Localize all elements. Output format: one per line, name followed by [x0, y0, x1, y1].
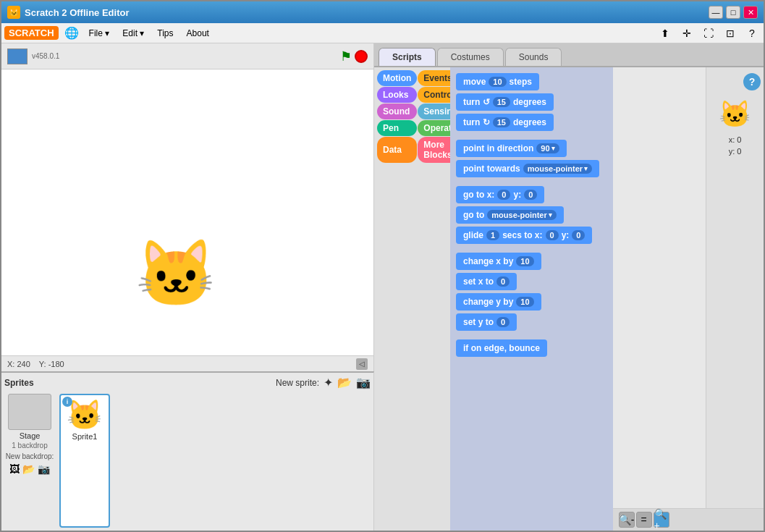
block-turn-ccw[interactable]: turn ↺ 15 degrees	[456, 93, 554, 111]
y-coordinate: Y: -180	[39, 360, 64, 368]
block-if-edge-bounce[interactable]: if on edge, bounce	[456, 339, 547, 357]
help-icon[interactable]: ?	[743, 25, 761, 42]
new-sprite-folder-button[interactable]: 📂	[337, 376, 352, 389]
block-glide[interactable]: glide 1 secs to x: 0 y: 0	[456, 227, 592, 244]
stage-controls: v458.0.1 ⚑	[1, 43, 374, 69]
resize-stage-button[interactable]: ◁	[356, 358, 368, 370]
new-sprite-camera-button[interactable]: 📷	[356, 376, 371, 389]
title-bar: 🐱 Scratch 2 Offline Editor — □ ✕	[1, 1, 764, 23]
stage-sprite-item: Stage 1 backdrop New backdrop: 🖼 📂 📷	[4, 394, 55, 528]
sprite1-label: Sprite1	[72, 432, 98, 441]
block-set-x[interactable]: set x to 0	[456, 273, 517, 290]
scripts-content: Motion Events Looks Control Sound Sensin…	[374, 67, 764, 531]
sprite-info-button[interactable]: i	[62, 397, 72, 407]
block-change-y[interactable]: change y by 10	[456, 293, 541, 311]
block-categories: Motion Events Looks Control Sound Sensin…	[374, 67, 450, 531]
stage-sublabel: 1 backdrop	[12, 442, 47, 449]
scripts-canvas-area: ? 🐱 x: 0 y: 0 🔍- = 🔍+	[613, 67, 764, 531]
sprites-header: Sprites New sprite: ✦ 📂 📷	[4, 376, 371, 389]
cursor-icon[interactable]: ✛	[678, 25, 696, 42]
sprite-x-coord: x: 0	[729, 135, 742, 144]
new-sprite-label: New sprite:	[276, 378, 319, 388]
tabs-bar: Scripts Costumes Sounds	[374, 43, 764, 67]
window-title: Scratch 2 Offline Editor	[25, 7, 129, 18]
shrink-icon[interactable]: ⊡	[722, 25, 739, 42]
tab-costumes[interactable]: Costumes	[437, 48, 504, 66]
stage-thumbnail	[7, 48, 28, 64]
category-motion[interactable]: Motion	[377, 70, 417, 86]
stage-backdrop-thumbnail	[8, 394, 51, 430]
globe-icon[interactable]: 🌐	[64, 26, 79, 40]
block-point-direction[interactable]: point in direction 90	[456, 140, 567, 157]
sprite-preview: 🐱	[714, 96, 757, 132]
tab-sounds[interactable]: Sounds	[505, 48, 562, 66]
stage-label: Stage	[20, 431, 41, 440]
scratch-logo: SCRATCH	[4, 26, 59, 40]
maximize-button[interactable]: □	[726, 6, 740, 19]
x-coordinate: X: 240	[7, 360, 30, 368]
main-content: v458.0.1 ⚑ 🐱 X: 240 Y: -180 ◁ Sprites	[1, 43, 764, 531]
toolbar-icons: ⬆ ✛ ⛶ ⊡ ?	[656, 25, 761, 42]
tab-scripts[interactable]: Scripts	[379, 48, 436, 66]
window-controls: — □ ✕	[709, 6, 758, 19]
sprites-panel: Sprites New sprite: ✦ 📂 📷 Stage 1 backdr…	[1, 371, 374, 531]
new-backdrop-label: New backdrop:	[6, 452, 54, 460]
new-backdrop-buttons: 🖼 📂 📷	[9, 463, 50, 475]
stop-button[interactable]	[355, 50, 368, 63]
main-window: 🐱 Scratch 2 Offline Editor — □ ✕ SCRATCH…	[0, 0, 765, 532]
stage-coordinates: X: 240 Y: -180 ◁	[1, 355, 374, 371]
file-menu[interactable]: File	[83, 26, 116, 41]
category-looks[interactable]: Looks	[377, 87, 417, 103]
block-point-towards[interactable]: point towards mouse-pointer	[456, 160, 599, 177]
about-menu[interactable]: About	[181, 26, 215, 41]
backdrop-folder-button[interactable]: 📂	[22, 463, 35, 475]
help-button[interactable]: ?	[743, 73, 761, 90]
fullscreen-icon[interactable]: ⛶	[700, 25, 717, 42]
category-data[interactable]: Data	[377, 137, 417, 163]
upload-icon[interactable]: ⬆	[656, 25, 674, 42]
sprite1-item[interactable]: i 🐱 Sprite1	[59, 394, 110, 528]
tips-menu[interactable]: Tips	[151, 26, 179, 41]
sprite-cat: 🐱	[135, 236, 216, 312]
app-icon: 🐱	[7, 6, 20, 19]
scripts-canvas[interactable]	[613, 67, 706, 508]
new-sprite-area: New sprite: ✦ 📂 📷	[276, 376, 371, 389]
sprites-title: Sprites	[4, 378, 34, 388]
canvas-bottom-bar: 🔍- = 🔍+	[613, 508, 764, 531]
version-text: v458.0.1	[32, 52, 340, 60]
stage-panel: v458.0.1 ⚑ 🐱 X: 240 Y: -180 ◁ Sprites	[1, 43, 374, 531]
close-button[interactable]: ✕	[743, 6, 758, 19]
minimize-button[interactable]: —	[709, 6, 723, 19]
block-turn-cw[interactable]: turn ↻ 15 degrees	[456, 114, 554, 131]
block-move[interactable]: move 10 steps	[456, 73, 539, 90]
block-set-y[interactable]: set y to 0	[456, 313, 517, 331]
sprite-info-panel: ? 🐱 x: 0 y: 0	[706, 67, 764, 508]
block-change-x[interactable]: change x by 10	[456, 253, 541, 270]
zoom-in-button[interactable]: 🔍+	[654, 512, 669, 528]
blocks-panel: Scripts Costumes Sounds Motion Events Lo…	[374, 43, 764, 531]
block-go-to[interactable]: go to mouse-pointer	[456, 206, 564, 224]
green-flag-button[interactable]: ⚑	[340, 48, 352, 64]
edit-menu[interactable]: Edit	[117, 26, 150, 41]
stage-canvas: 🐱	[1, 69, 374, 355]
blocks-list: move 10 steps turn ↺ 15 degrees turn ↻ 1…	[450, 67, 613, 531]
title-bar-left: 🐱 Scratch 2 Offline Editor	[7, 6, 129, 19]
backdrop-camera-button[interactable]: 📷	[38, 463, 50, 475]
backdrop-paint-button[interactable]: 🖼	[9, 463, 20, 475]
new-sprite-paint-button[interactable]: ✦	[324, 376, 333, 389]
category-sound[interactable]: Sound	[377, 104, 417, 119]
menu-bar: SCRATCH 🌐 File Edit Tips About ⬆ ✛ ⛶ ⊡ ?	[1, 23, 764, 43]
sprite-y-coord: y: 0	[729, 147, 742, 156]
canvas-with-info: ? 🐱 x: 0 y: 0	[613, 67, 764, 508]
zoom-reset-button[interactable]: =	[636, 512, 652, 528]
category-pen[interactable]: Pen	[377, 120, 417, 136]
sprites-content: Stage 1 backdrop New backdrop: 🖼 📂 📷 i	[4, 394, 371, 528]
block-go-to-xy[interactable]: go to x: 0 y: 0	[456, 186, 544, 203]
zoom-out-button[interactable]: 🔍-	[619, 512, 635, 528]
